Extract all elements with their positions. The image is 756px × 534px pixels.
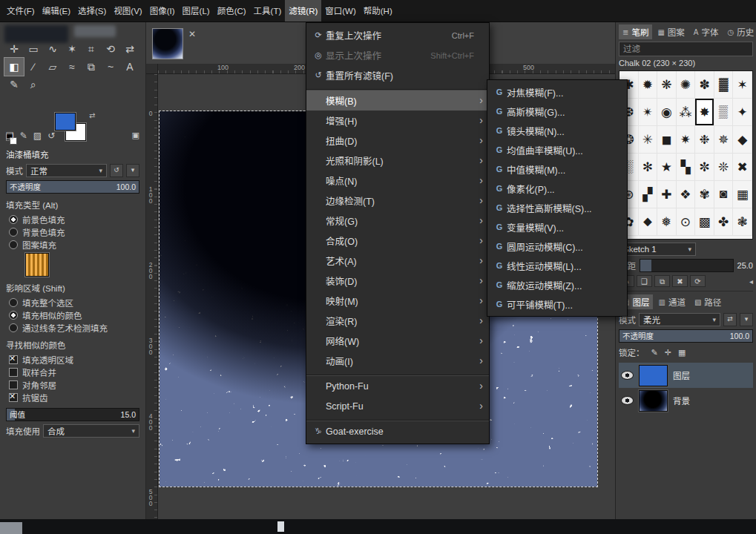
dock-tab[interactable]: ▦ 图案 <box>654 24 688 39</box>
blur-submenu-item[interactable]: G 线性运动模糊(L)... <box>487 256 627 275</box>
brush-cell[interactable]: ▞ <box>639 181 658 208</box>
blur-submenu-item[interactable]: G 像素化(P)... <box>487 179 627 198</box>
brush-cell[interactable]: ✹ <box>639 71 658 99</box>
brush-cell[interactable]: ✳ <box>639 126 658 154</box>
brush-cell[interactable]: ★ <box>657 154 677 181</box>
pattern-swatch[interactable] <box>25 253 49 277</box>
panel-grid-icon[interactable]: ▣ <box>132 131 139 140</box>
similar-colors-option[interactable]: 对角邻居 <box>6 378 139 391</box>
tool-button[interactable]: ⇄ <box>120 40 139 58</box>
blur-submenu-item[interactable]: G 高斯模糊(G)... <box>487 102 627 121</box>
tool-button[interactable]: ⧉ <box>82 58 101 76</box>
brush-cell[interactable]: ✼ <box>695 154 714 181</box>
brush-cell[interactable]: ✻ <box>639 154 658 181</box>
filters-menu-item[interactable]: 常规(G) <box>306 211 489 231</box>
tool-button[interactable]: ✶ <box>62 40 82 58</box>
layer-thumbnail[interactable] <box>639 365 668 386</box>
blur-submenu-item[interactable]: G 均值曲率模糊(U)... <box>487 140 627 159</box>
threshold-slider[interactable]: 阈值 15.0 <box>6 408 139 421</box>
fill-by-select[interactable]: 合成 ▾ <box>43 424 139 438</box>
tool-button[interactable]: ∿ <box>43 40 62 58</box>
brush-cell[interactable]: ✽ <box>695 71 714 99</box>
filters-menu-item[interactable]: Python-Fu <box>306 376 489 396</box>
tool-button[interactable]: ◧ <box>4 58 24 76</box>
foreground-color-swatch[interactable] <box>55 113 76 131</box>
blur-submenu-item[interactable]: G 可平铺模糊(T)... <box>487 294 627 314</box>
brush-cell[interactable]: ▩ <box>695 208 714 236</box>
brush-cell[interactable]: ◆ <box>733 126 752 154</box>
brush-cell[interactable]: ❋ <box>657 71 677 99</box>
brush-cell[interactable]: ✷ <box>677 126 696 154</box>
brush-cell[interactable]: ⬥ <box>639 208 658 236</box>
dock-tab[interactable]: ◷ 历史 <box>724 24 756 39</box>
dock-icon[interactable]: ✎ <box>20 131 27 141</box>
tool-button[interactable]: ✎ <box>4 76 24 93</box>
fill-type-option[interactable]: 前景色填充 <box>6 213 139 225</box>
filters-menu-item[interactable]: ⟳ 重复上次操作 Ctrl+F <box>306 25 489 45</box>
vertical-ruler[interactable]: 0 100 200 300 400 500 <box>146 74 158 519</box>
brush-action-button[interactable]: ⧉ <box>654 275 670 287</box>
menubar-item[interactable]: 选择(S) <box>74 0 110 22</box>
blur-submenu-item[interactable]: G 圆周运动模糊(C)... <box>487 237 627 256</box>
fill-type-option[interactable]: 图案填充 <box>6 238 139 251</box>
fill-type-option[interactable]: 背景色填充 <box>6 225 139 238</box>
filters-menu-item[interactable] <box>306 85 489 90</box>
menubar-item[interactable]: 颜色(C) <box>214 0 250 22</box>
dock-icon[interactable]: ❑ <box>6 131 14 141</box>
filters-menu-item[interactable]: 增强(H) <box>306 111 489 131</box>
brush-tag-select[interactable]: Sketch 1 ▾ <box>619 243 696 256</box>
filters-menu-item[interactable]: 边缘检测(T) <box>306 191 489 211</box>
filters-menu-item[interactable]: ↺ 重置所有滤镜(F) <box>306 65 489 85</box>
filters-menu-item[interactable]: Script-Fu <box>306 396 489 416</box>
layer-thumbnail[interactable] <box>639 390 668 412</box>
brush-cell[interactable]: ✖ <box>733 154 752 181</box>
filters-menu-item[interactable]: 渲染(R) <box>306 311 489 331</box>
tool-button[interactable]: ⌗ <box>82 40 101 58</box>
tool-button[interactable]: ▭ <box>24 40 43 58</box>
filters-menu-item[interactable]: 艺术(A) <box>306 251 489 271</box>
layer-opacity-slider[interactable]: 不透明度 100.0 <box>619 329 753 343</box>
brush-cell[interactable]: ❅ <box>657 208 677 236</box>
brush-cell[interactable]: ▚ <box>677 154 696 181</box>
brush-cell[interactable]: ▓ <box>714 71 734 99</box>
menubar-item[interactable]: 窗口(W) <box>321 0 360 22</box>
menubar-item[interactable]: 图像(I) <box>146 0 179 22</box>
lock-alpha-icon[interactable]: ▦ <box>678 348 686 357</box>
filters-menu-item[interactable]: 动画(I) <box>306 351 489 371</box>
image-tab-thumbnail[interactable] <box>152 28 183 59</box>
brush-cell[interactable]: ▒ <box>714 99 734 126</box>
brush-cell[interactable]: ◼ <box>657 126 677 154</box>
dock-tab[interactable]: ▧ 路径 <box>691 294 725 309</box>
affected-area-option[interactable]: 填充相似的颜色 <box>6 309 139 321</box>
brush-cell[interactable]: ❊ <box>714 154 734 181</box>
paint-mode-select[interactable]: 正常 ▾ <box>26 164 107 177</box>
brush-filter-input[interactable]: 过滤 <box>619 42 753 56</box>
filters-menu-item[interactable]: 合成(O) <box>306 231 489 251</box>
similar-colors-option[interactable]: 抗锯齿 <box>6 391 139 403</box>
brush-cell[interactable]: ✤ <box>714 208 734 236</box>
dock-icon[interactable]: ↺ <box>47 131 55 141</box>
tool-button[interactable]: ⟲ <box>101 40 120 58</box>
dock-tab[interactable]: A 字体 <box>690 24 723 39</box>
brush-action-button[interactable]: ⟳ <box>690 275 706 287</box>
layer-row[interactable]: 背景 <box>619 388 753 413</box>
visibility-eye-icon[interactable] <box>621 371 634 380</box>
brush-cell[interactable]: ◉ <box>657 99 677 126</box>
tool-button[interactable]: ∕ <box>24 58 43 76</box>
layer-mode-menu-button[interactable]: ▾ <box>740 313 753 326</box>
brush-cell[interactable]: ✚ <box>657 181 677 208</box>
brush-cell[interactable]: ❉ <box>695 126 714 154</box>
brush-cell[interactable]: ▦ <box>733 181 752 208</box>
affected-area-option[interactable]: 通过线条艺术检测填充 <box>6 321 139 334</box>
menubar-item[interactable]: 帮助(H) <box>360 0 396 22</box>
tool-button[interactable]: ≈ <box>62 58 82 76</box>
blur-submenu-item[interactable]: G 缩放运动模糊(Z)... <box>487 275 627 294</box>
dock-tab[interactable]: ▥ 通道 <box>654 294 688 309</box>
brush-cell[interactable]: ✵ <box>714 126 734 154</box>
menubar-item[interactable]: 滤镜(R) <box>285 0 321 22</box>
brush-cell[interactable]: ⊙ <box>677 208 696 236</box>
brush-cell[interactable]: ✦ <box>733 99 752 126</box>
filters-menu-item[interactable]: 装饰(D) <box>306 271 489 291</box>
opacity-slider[interactable]: 不透明度 100.0 <box>6 180 139 194</box>
blur-submenu-item[interactable]: G 选择性高斯模糊(S)... <box>487 198 627 217</box>
